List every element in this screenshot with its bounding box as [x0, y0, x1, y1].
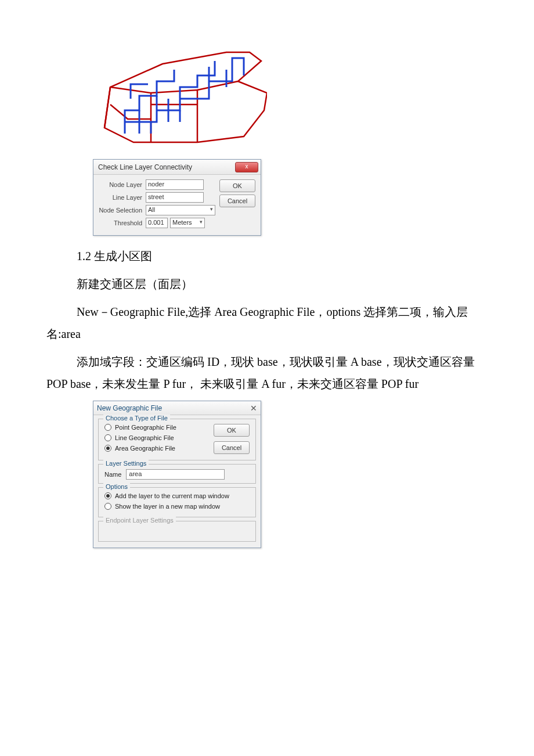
endpoint-group-legend: Endpoint Layer Settings [103, 517, 176, 524]
close-button[interactable]: ✕ [250, 404, 257, 413]
point-file-label: Point Geographic File [115, 424, 176, 431]
node-layer-row: Node Layer noder [96, 179, 215, 190]
name-input[interactable]: area [126, 469, 225, 480]
check-connectivity-dialog: Check Line Layer Connectivity x Node Lay… [93, 159, 261, 236]
type-group-legend: Choose a Type of File [103, 415, 170, 422]
radio-icon [104, 492, 111, 499]
bullet-paragraph-2: New－Geographic File,选择 Area Geographic F… [46, 301, 488, 345]
bullet-paragraph-1: 新建交通区层（面层） [46, 273, 488, 295]
document-page: Check Line Layer Connectivity x Node Lay… [0, 0, 534, 571]
ok-button[interactable]: OK [214, 424, 250, 437]
cancel-button[interactable]: Cancel [219, 195, 255, 207]
radio-icon [104, 434, 111, 441]
options-group-legend: Options [103, 483, 130, 490]
close-button[interactable]: x [235, 162, 258, 172]
line-file-radio[interactable]: Line Geographic File [104, 434, 211, 441]
add-layer-radio[interactable]: Add the layer to the current map window [104, 492, 250, 499]
line-layer-value: street [146, 192, 204, 203]
spacer [93, 544, 261, 548]
dialog-body: Node Layer noder Line Layer street Node … [93, 175, 261, 235]
dialog2-titlebar: New Geographic File ✕ [93, 401, 261, 415]
threshold-units-select[interactable]: Meters [170, 218, 205, 228]
type-of-file-group: Choose a Type of File Point Geographic F… [98, 419, 256, 460]
map-figure [93, 46, 488, 153]
radio-icon [104, 424, 111, 431]
line-layer-row: Line Layer street [96, 192, 215, 203]
endpoint-layer-group: Endpoint Layer Settings [98, 521, 256, 542]
node-selection-row: Node Selection All [96, 205, 215, 215]
radio-icon [104, 445, 111, 452]
area-file-label: Area Geographic File [115, 445, 175, 452]
node-selection-label: Node Selection [96, 207, 146, 214]
radio-icon [104, 503, 111, 510]
type-radio-options: Point Geographic File Line Geographic Fi… [104, 424, 211, 456]
dialog-titlebar: Check Line Layer Connectivity x [93, 160, 261, 175]
bullet3-text: 添加域字段：交通区编码 ID，现状 base，现状吸引量 A base，现状交通… [46, 355, 475, 390]
cancel-button[interactable]: Cancel [214, 441, 250, 454]
node-layer-value: noder [146, 179, 204, 190]
layer-group-legend: Layer Settings [103, 460, 149, 467]
dialog2-buttons: OK Cancel [211, 424, 250, 456]
node-layer-label: Node Layer [96, 181, 146, 188]
button-column: OK Cancel [219, 179, 256, 231]
node-selection-select[interactable]: All [146, 205, 215, 215]
options-group: Options Add the layer to the current map… [98, 487, 256, 517]
bullet2-text: New－Geographic File,选择 Area Geographic F… [46, 305, 468, 340]
show-layer-label: Show the layer in a new map window [115, 503, 220, 510]
dialog-title: Check Line Layer Connectivity [98, 163, 192, 171]
threshold-label: Threshold [96, 219, 146, 226]
new-geographic-file-dialog: New Geographic File ✕ Choose a Type of F… [93, 401, 261, 548]
ok-button[interactable]: OK [219, 179, 255, 192]
name-row: Name area [104, 469, 250, 480]
layer-settings-group: Layer Settings Name area [98, 464, 256, 484]
name-label: Name [104, 471, 121, 478]
add-layer-label: Add the layer to the current map window [115, 492, 229, 499]
area-file-radio[interactable]: Area Geographic File [104, 445, 211, 452]
network-map [93, 46, 267, 151]
line-file-label: Line Geographic File [115, 434, 174, 441]
bullet-paragraph-3: 添加域字段：交通区编码 ID，现状 base，现状吸引量 A base，现状交通… [46, 351, 488, 395]
form-column: Node Layer noder Line Layer street Node … [96, 179, 215, 231]
section-heading: 1.2 生成小区图 [46, 245, 488, 267]
show-layer-radio[interactable]: Show the layer in a new map window [104, 503, 250, 510]
threshold-row: Threshold 0.001 Meters [96, 218, 215, 228]
type-group-body: Point Geographic File Line Geographic Fi… [104, 424, 250, 456]
dialog2-title: New Geographic File [97, 404, 162, 412]
point-file-radio[interactable]: Point Geographic File [104, 424, 211, 431]
threshold-input[interactable]: 0.001 [146, 218, 168, 228]
line-layer-label: Line Layer [96, 194, 146, 201]
